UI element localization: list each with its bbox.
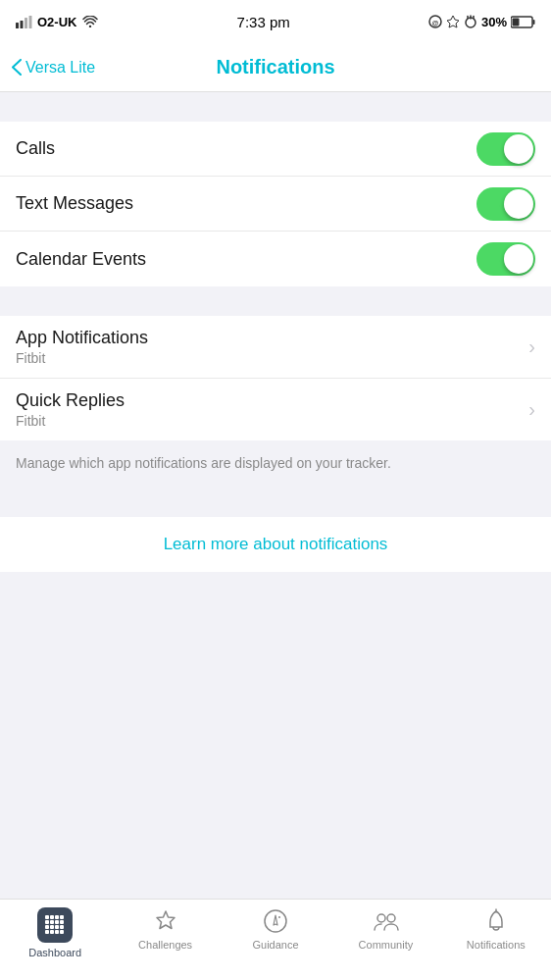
app-notifications-row[interactable]: App Notifications Fitbit › bbox=[0, 316, 551, 379]
calendar-events-label: Calendar Events bbox=[16, 249, 146, 270]
top-spacer bbox=[0, 92, 551, 122]
tab-challenges[interactable]: Challenges bbox=[110, 907, 220, 951]
svg-rect-2 bbox=[25, 18, 27, 28]
learn-more-section[interactable]: Learn more about notifications bbox=[0, 517, 551, 572]
svg-rect-17 bbox=[55, 915, 59, 919]
calendar-events-toggle-thumb bbox=[504, 244, 533, 274]
calls-toggle-thumb bbox=[504, 134, 533, 164]
svg-rect-13 bbox=[533, 20, 535, 25]
svg-rect-18 bbox=[60, 915, 64, 919]
app-notifications-subtitle: Fitbit bbox=[16, 350, 148, 366]
svg-rect-20 bbox=[50, 920, 54, 924]
tab-guidance-label: Guidance bbox=[252, 939, 298, 951]
svg-rect-28 bbox=[50, 930, 54, 934]
status-carrier: O2-UK bbox=[16, 15, 98, 29]
tab-notifications[interactable]: Notifications bbox=[441, 907, 551, 951]
tab-challenges-label: Challenges bbox=[138, 939, 192, 951]
svg-point-33 bbox=[377, 914, 385, 922]
tab-dashboard-label: Dashboard bbox=[28, 947, 81, 958]
quick-replies-content: Quick Replies Fitbit bbox=[16, 390, 125, 429]
tab-dashboard[interactable]: Dashboard bbox=[0, 907, 110, 958]
tab-guidance[interactable]: Guidance bbox=[221, 907, 330, 951]
guidance-icon bbox=[262, 907, 289, 935]
quick-replies-chevron: › bbox=[528, 398, 535, 421]
svg-rect-3 bbox=[29, 16, 32, 28]
svg-rect-15 bbox=[45, 915, 49, 919]
info-section: Manage which app notifications are displ… bbox=[0, 440, 551, 488]
svg-rect-24 bbox=[50, 925, 54, 929]
info-text: Manage which app notifications are displ… bbox=[16, 454, 535, 474]
text-messages-toggle[interactable] bbox=[476, 187, 535, 221]
quick-replies-title: Quick Replies bbox=[16, 390, 125, 411]
tab-community[interactable]: Community bbox=[330, 907, 440, 951]
calendar-events-toggle[interactable] bbox=[476, 242, 535, 276]
svg-rect-14 bbox=[513, 18, 520, 26]
status-time: 7:33 pm bbox=[237, 14, 290, 30]
app-notifications-chevron: › bbox=[528, 335, 535, 358]
svg-point-4 bbox=[89, 26, 91, 27]
page-title: Notifications bbox=[216, 56, 334, 78]
back-label: Versa Lite bbox=[25, 59, 95, 77]
status-indicators: @ 30% bbox=[428, 15, 535, 29]
svg-point-34 bbox=[387, 914, 395, 922]
tab-bar: Dashboard Challenges Guidance bbox=[0, 899, 551, 980]
svg-rect-29 bbox=[55, 930, 59, 934]
svg-rect-22 bbox=[60, 920, 64, 924]
navigation-bar: Versa Lite Notifications bbox=[0, 43, 551, 92]
dashboard-icon bbox=[37, 907, 73, 943]
content-fill bbox=[0, 572, 551, 748]
tab-community-label: Community bbox=[359, 939, 414, 951]
svg-rect-21 bbox=[55, 920, 59, 924]
svg-rect-30 bbox=[60, 930, 64, 934]
text-messages-row: Text Messages bbox=[0, 177, 551, 232]
text-messages-label: Text Messages bbox=[16, 193, 133, 214]
svg-rect-23 bbox=[45, 925, 49, 929]
svg-rect-19 bbox=[45, 920, 49, 924]
calendar-events-row: Calendar Events bbox=[0, 232, 551, 286]
community-icon bbox=[372, 907, 399, 935]
quick-replies-row[interactable]: Quick Replies Fitbit › bbox=[0, 379, 551, 440]
svg-rect-1 bbox=[21, 21, 24, 28]
notifications-icon bbox=[482, 907, 510, 935]
nav-items-group: App Notifications Fitbit › Quick Replies… bbox=[0, 316, 551, 440]
svg-rect-27 bbox=[45, 930, 49, 934]
svg-marker-7 bbox=[447, 16, 459, 27]
middle-divider bbox=[0, 286, 551, 316]
svg-point-32 bbox=[278, 916, 280, 918]
quick-replies-subtitle: Fitbit bbox=[16, 413, 125, 429]
calls-toggle[interactable] bbox=[476, 132, 535, 166]
calls-label: Calls bbox=[16, 138, 55, 159]
text-messages-toggle-thumb bbox=[504, 189, 533, 219]
toggle-settings-group: Calls Text Messages Calendar Events bbox=[0, 122, 551, 286]
svg-rect-16 bbox=[50, 915, 54, 919]
calls-row: Calls bbox=[0, 122, 551, 177]
svg-rect-0 bbox=[16, 23, 19, 28]
app-notifications-content: App Notifications Fitbit bbox=[16, 328, 148, 366]
svg-text:@: @ bbox=[432, 20, 439, 26]
challenges-icon bbox=[152, 907, 179, 935]
svg-rect-25 bbox=[55, 925, 59, 929]
status-bar: O2-UK 7:33 pm @ 3 bbox=[0, 0, 551, 43]
learn-more-text: Learn more about notifications bbox=[164, 535, 388, 554]
tab-notifications-label: Notifications bbox=[467, 939, 526, 951]
back-button[interactable]: Versa Lite bbox=[12, 59, 95, 77]
svg-rect-26 bbox=[60, 925, 64, 929]
app-notifications-title: App Notifications bbox=[16, 328, 148, 348]
svg-point-31 bbox=[265, 910, 286, 932]
